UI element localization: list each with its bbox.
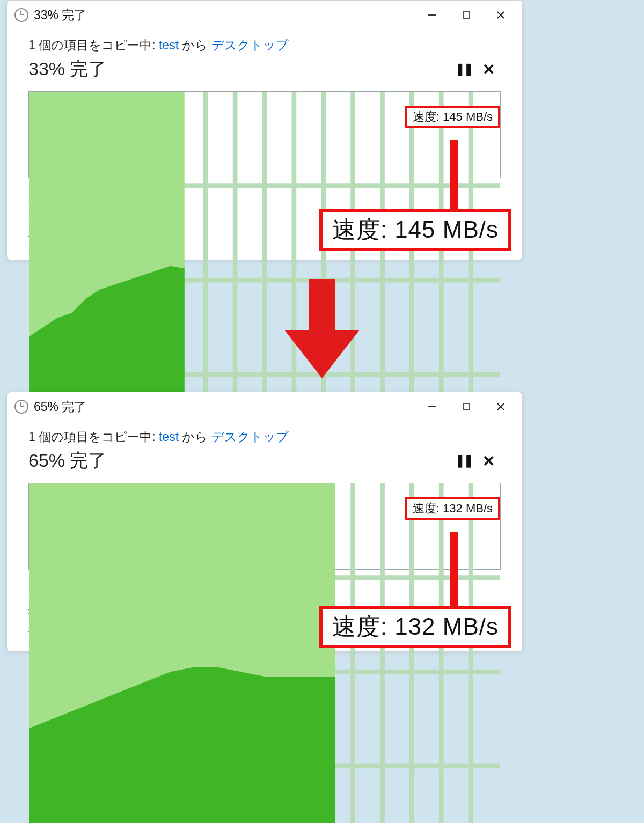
source-link[interactable]: test	[159, 38, 179, 52]
clock-icon	[14, 400, 28, 414]
window-title: 33% 完了	[34, 7, 86, 24]
speed-badge: 速度: 132 MB/s	[405, 497, 500, 520]
svg-rect-1	[463, 12, 470, 18]
copy-dialog-2: 65% 完了 1 個の項目をコピー中: test から デスクトップ 65% 完…	[6, 392, 523, 652]
copy-prefix: 1 個の項目をコピー中:	[28, 430, 159, 444]
minimize-button[interactable]	[415, 395, 449, 418]
copy-mid: から	[179, 430, 211, 444]
speed-callout: 速度: 145 MB/s	[319, 209, 511, 251]
copy-dialog-1: 33% 完了 1 個の項目をコピー中: test から デスクトップ 33% 完…	[6, 0, 523, 260]
cancel-button[interactable]: ✕	[476, 61, 501, 78]
chart-fill	[29, 483, 500, 823]
close-button[interactable]	[484, 3, 518, 27]
copy-mid: から	[179, 38, 211, 52]
dest-link[interactable]: デスクトップ	[211, 430, 289, 444]
copy-description: 1 個の項目をコピー中: test から デスクトップ	[28, 37, 501, 54]
clock-icon	[14, 8, 28, 22]
titlebar: 33% 完了	[7, 1, 522, 30]
copy-prefix: 1 個の項目をコピー中:	[28, 38, 159, 52]
close-button[interactable]	[484, 395, 518, 418]
svg-rect-27	[463, 403, 470, 410]
source-link[interactable]: test	[159, 430, 179, 444]
down-arrow-icon	[279, 279, 365, 381]
minimize-button[interactable]	[415, 3, 449, 27]
speed-chart: 速度: 145 MB/s	[28, 91, 501, 178]
maximize-button[interactable]	[449, 395, 484, 418]
pause-button[interactable]: ❚❚	[451, 454, 476, 468]
speed-chart: 速度: 132 MB/s	[28, 483, 501, 570]
maximize-button[interactable]	[449, 3, 484, 27]
svg-marker-25	[284, 279, 360, 378]
titlebar: 65% 完了	[7, 392, 522, 421]
callout-connector	[450, 140, 458, 215]
speed-badge: 速度: 145 MB/s	[405, 106, 500, 128]
progress-percent: 33% 完了	[28, 57, 107, 82]
speed-callout: 速度: 132 MB/s	[319, 606, 511, 648]
progress-percent: 65% 完了	[28, 449, 107, 473]
dest-link[interactable]: デスクトップ	[211, 38, 289, 52]
pause-button[interactable]: ❚❚	[451, 62, 476, 76]
window-title: 65% 完了	[34, 399, 86, 415]
copy-description: 1 個の項目をコピー中: test から デスクトップ	[28, 429, 501, 445]
cancel-button[interactable]: ✕	[476, 452, 501, 470]
callout-connector	[450, 532, 458, 612]
